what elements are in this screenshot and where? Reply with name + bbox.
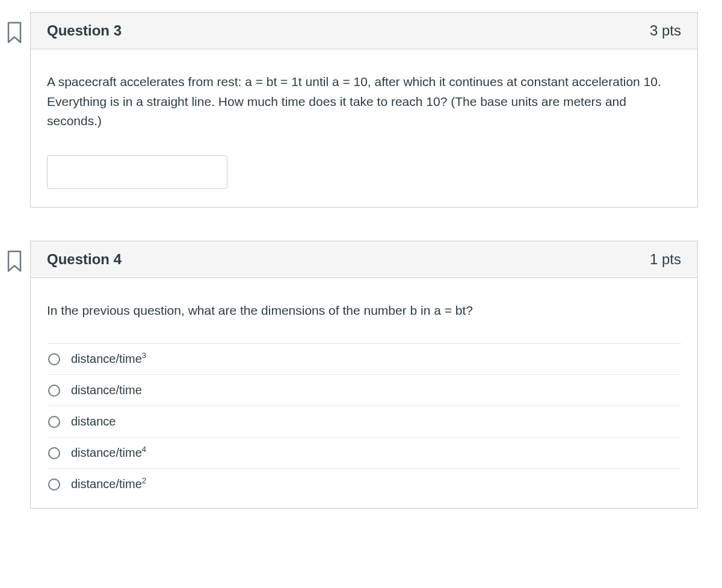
answer-option-3[interactable]: distance/time4 [47,437,681,468]
answer-label: distance/time3 [71,352,146,366]
question-prompt: In the previous question, what are the d… [47,301,681,321]
answer-label: distance [71,415,116,429]
question-points: 1 pts [650,251,681,268]
question-points: 3 pts [650,22,681,39]
radio-input[interactable] [48,416,60,428]
answer-label: distance/time [71,383,142,397]
answer-input[interactable] [47,155,227,189]
question-4-block: Question 4 1 pts In the previous questio… [30,241,698,509]
radio-input[interactable] [48,478,60,491]
bookmark-icon[interactable] [5,250,23,273]
question-header: Question 4 1 pts [31,241,697,278]
answer-option-1[interactable]: distance/time [47,374,681,406]
radio-input[interactable] [48,353,60,365]
answer-option-0[interactable]: distance/time3 [47,343,681,374]
answer-option-2[interactable]: distance [47,406,681,437]
question-body: In the previous question, what are the d… [31,278,697,509]
question-prompt: A spacecraft accelerates from rest: a = … [47,72,681,131]
bookmark-icon[interactable] [5,21,23,44]
radio-input[interactable] [48,385,60,397]
question-body: A spacecraft accelerates from rest: a = … [31,49,697,207]
answer-option-4[interactable]: distance/time2 [47,468,681,497]
question-title: Question 3 [47,22,122,39]
quiz-page: Question 3 3 pts A spacecraft accelerate… [0,12,722,509]
answer-label: distance/time2 [71,477,146,491]
question-header: Question 3 3 pts [31,13,697,49]
radio-input[interactable] [48,447,60,459]
question-3-block: Question 3 3 pts A spacecraft accelerate… [30,12,698,208]
answer-label: distance/time4 [71,446,146,460]
question-title: Question 4 [47,251,122,268]
